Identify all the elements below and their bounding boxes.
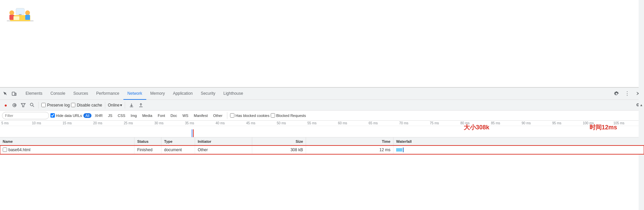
header-waterfall[interactable]: Waterfall ▲	[393, 137, 644, 145]
row-size: 308 kB	[252, 145, 306, 154]
row-name: base64.html	[0, 145, 135, 154]
blocked-requests-label[interactable]: Blocked Requests	[271, 113, 306, 118]
svg-point-4	[25, 10, 30, 15]
record-button[interactable]: ●	[2, 101, 9, 109]
disable-cache-checkbox-label[interactable]: Disable cache	[71, 103, 102, 108]
header-initiator[interactable]: Initiator	[195, 137, 252, 145]
has-blocked-cookies-checkbox[interactable]	[230, 113, 234, 118]
tab-console[interactable]: Console	[46, 88, 69, 100]
tab-application[interactable]: Application	[169, 88, 197, 100]
tab-sources[interactable]: Sources	[69, 88, 92, 100]
header-time[interactable]: Time	[306, 137, 393, 145]
separator-1	[38, 102, 39, 109]
preserve-log-checkbox-label[interactable]: Preserve log	[41, 103, 70, 108]
header-status[interactable]: Status	[135, 137, 161, 145]
filter-chip-ws[interactable]: WS	[180, 113, 190, 118]
row-waterfall	[393, 145, 644, 154]
hide-data-urls-checkbox[interactable]	[50, 113, 55, 118]
timeline-bar-red	[193, 129, 194, 137]
tab-memory[interactable]: Memory	[146, 88, 169, 100]
filter-separator	[227, 112, 227, 119]
import-export-buttons	[128, 101, 145, 109]
header-size[interactable]: Size	[252, 137, 306, 145]
export-har-button[interactable]	[137, 101, 145, 109]
filter-chip-media[interactable]: Media	[140, 113, 154, 118]
svg-rect-11	[15, 93, 16, 95]
header-name[interactable]: Name	[0, 137, 135, 145]
svg-line-16	[33, 106, 34, 107]
svg-rect-7	[16, 8, 24, 14]
throttle-chevron: ▾	[120, 103, 122, 108]
tab-elements[interactable]: Elements	[22, 88, 46, 100]
filter-icon[interactable]	[20, 101, 27, 109]
network-timeline: 5 ms 10 ms 15 ms 20 ms 25 ms 30 ms 35 ms…	[0, 121, 644, 137]
row-status: Finished	[135, 145, 161, 154]
annotation-size: 大小308k	[464, 123, 489, 131]
devtools-tabs-bar: Elements Console Sources Performance Net…	[0, 88, 644, 100]
tab-lighthouse[interactable]: Lighthouse	[219, 88, 247, 100]
svg-rect-10	[12, 92, 15, 95]
svg-rect-8	[19, 14, 22, 15]
network-requests-table: Name Status Type Initiator Size Time Wat…	[0, 137, 644, 210]
filter-chip-js[interactable]: JS	[106, 113, 114, 118]
network-toolbar: ● Preserve log Disable cache Online ▾	[0, 100, 644, 111]
filter-input[interactable]	[2, 112, 49, 119]
network-throttle-select[interactable]: Online ▾	[108, 103, 122, 108]
tab-performance[interactable]: Performance	[92, 88, 123, 100]
svg-point-15	[30, 103, 33, 106]
annotation-time: 时间12ms	[590, 123, 617, 131]
page-illustration	[3, 3, 37, 30]
network-filter-bar: Hide data URLs All XHR JS CSS Img Media …	[0, 111, 644, 121]
filter-chip-other[interactable]: Other	[211, 113, 225, 118]
devtools-panel: Elements Console Sources Performance Net…	[0, 87, 644, 210]
row-initiator: Other	[195, 145, 252, 154]
svg-rect-5	[25, 15, 30, 20]
device-toggle-icon[interactable]	[10, 90, 18, 98]
timeline-bars-area	[0, 126, 644, 137]
waterfall-bar-receiving	[403, 148, 404, 152]
inspect-icon[interactable]	[1, 90, 9, 98]
separator-2	[105, 102, 105, 109]
filter-chip-manifest[interactable]: Manifest	[192, 113, 210, 118]
row-type: document	[161, 145, 195, 154]
filter-chip-all[interactable]: All	[83, 113, 91, 118]
settings-icon[interactable]	[612, 89, 621, 98]
svg-marker-14	[21, 103, 25, 107]
import-har-button[interactable]	[128, 101, 135, 109]
filter-chip-doc[interactable]: Doc	[168, 113, 179, 118]
timeline-ruler: 5 ms 10 ms 15 ms 20 ms 25 ms 30 ms 35 ms…	[0, 121, 644, 126]
svg-point-2	[9, 10, 14, 15]
hide-data-urls-label[interactable]: Hide data URLs	[50, 113, 82, 118]
filter-chip-img[interactable]: Img	[129, 113, 139, 118]
search-icon[interactable]	[28, 101, 36, 109]
disable-cache-checkbox[interactable]	[71, 103, 75, 107]
svg-rect-9	[13, 16, 20, 20]
filter-chip-xhr[interactable]: XHR	[93, 113, 105, 118]
tab-security[interactable]: Security	[197, 88, 219, 100]
tab-network[interactable]: Network	[123, 88, 146, 100]
has-blocked-cookies-label[interactable]: Has blocked cookies	[230, 113, 269, 118]
filter-chip-css[interactable]: CSS	[116, 113, 127, 118]
waterfall-bar-waiting	[396, 148, 402, 152]
blocked-requests-checkbox[interactable]	[271, 113, 275, 118]
browser-page	[0, 0, 644, 87]
filter-chip-font[interactable]: Font	[156, 113, 167, 118]
devtools-tab-icons	[1, 90, 19, 98]
preserve-log-checkbox[interactable]	[41, 103, 46, 107]
more-options-icon[interactable]: ⋮	[622, 89, 632, 98]
separator-3	[125, 102, 125, 109]
row-select-checkbox[interactable]	[3, 148, 7, 152]
clear-log-button[interactable]	[11, 101, 18, 109]
table-header-row: Name Status Type Initiator Size Time Wat…	[0, 137, 644, 145]
row-time: 12 ms	[306, 145, 393, 154]
timeline-bar-blue	[192, 129, 192, 137]
tabs-right-actions: ⋮ ✕	[612, 89, 643, 98]
header-type[interactable]: Type	[161, 137, 195, 145]
table-row[interactable]: base64.html Finished document Other 308 …	[0, 145, 644, 154]
